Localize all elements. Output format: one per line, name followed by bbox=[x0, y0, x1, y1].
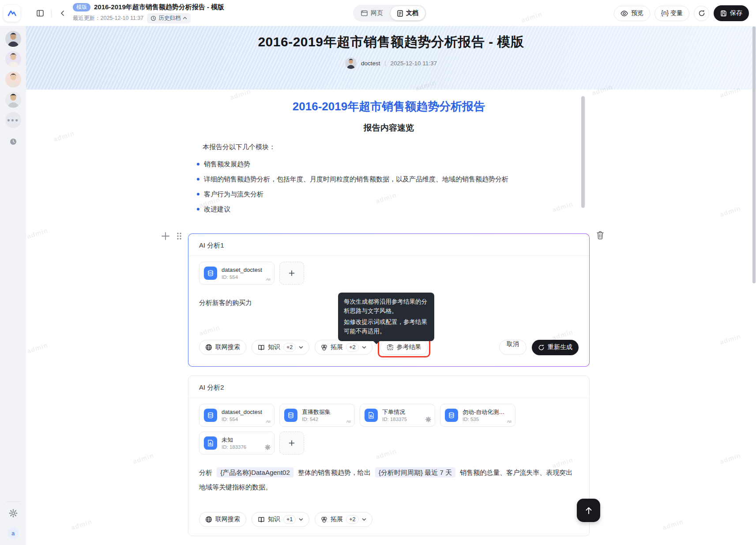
page-scrollbar-thumb[interactable] bbox=[752, 26, 756, 283]
left-sidebar: ●●● a bbox=[0, 26, 26, 545]
expand-count-badge: +2 bbox=[346, 515, 358, 524]
sidebar-divider bbox=[6, 501, 20, 502]
view-mode-tabs: 网页 文档 bbox=[353, 5, 426, 22]
venn-circles-icon bbox=[321, 344, 327, 351]
recent-history-icon[interactable] bbox=[9, 138, 17, 147]
chevron-up-icon bbox=[183, 16, 187, 20]
database-icon bbox=[445, 409, 458, 422]
page-title: 2016-2019年超市销售额趋势分析报告 - 模版 bbox=[94, 3, 224, 11]
doc-subtitle: 报告内容速览 bbox=[188, 122, 590, 134]
author-name: doctest bbox=[361, 60, 380, 67]
dataset-chip[interactable]: dataset_doctest ID: 554 A≡ bbox=[199, 262, 275, 285]
avatar[interactable] bbox=[5, 92, 21, 108]
knowledge-count-badge: +2 bbox=[283, 343, 296, 352]
prompt-text[interactable]: 分析 {产品名称}DataAgent02 整体的销售额趋势，给出 {分析时间周期… bbox=[199, 465, 579, 494]
add-dataset-button[interactable] bbox=[279, 262, 304, 285]
save-button[interactable]: 保存 bbox=[714, 5, 749, 21]
dataset-chip[interactable]: 下单情况 ID: 183375 bbox=[360, 404, 435, 427]
list-item: 改进建议 bbox=[188, 202, 590, 217]
variable-chip[interactable]: {分析时间周期} 最近 7 天 bbox=[375, 467, 455, 477]
tab-webpage[interactable]: 网页 bbox=[354, 6, 390, 20]
dataset-chip[interactable]: 勿动-自动化测试-... ID: 535 A≡ bbox=[440, 404, 515, 427]
expand-button[interactable]: 拓展 +2 bbox=[315, 512, 372, 527]
avatar[interactable] bbox=[5, 71, 21, 87]
regenerate-button[interactable]: 重新生成 bbox=[532, 340, 579, 355]
dataset-id: ID: 554 bbox=[222, 274, 262, 281]
chevron-down-icon bbox=[299, 346, 303, 349]
reference-result-button[interactable]: 参考结果 bbox=[380, 340, 428, 355]
workspace-badge[interactable]: a bbox=[8, 527, 19, 539]
database-icon bbox=[204, 267, 217, 280]
arrow-up-icon bbox=[584, 506, 594, 515]
add-block-button[interactable] bbox=[161, 231, 170, 243]
drag-handle-icon[interactable] bbox=[175, 231, 184, 243]
scroll-to-top-button[interactable] bbox=[577, 499, 600, 522]
hero-band: 2016-2019年超市销售额趋势分析报告 - 模版 doctest | 202… bbox=[26, 26, 756, 90]
knowledge-button[interactable]: 知识 +1 bbox=[252, 512, 309, 527]
history-clock-icon bbox=[150, 15, 156, 21]
more-members-button[interactable]: ●●● bbox=[5, 112, 21, 128]
preview-button[interactable]: 预览 bbox=[614, 6, 650, 21]
app-logo[interactable] bbox=[4, 5, 20, 22]
meta-separator: | bbox=[384, 60, 386, 66]
document-icon bbox=[397, 10, 403, 17]
bar-chart-icon bbox=[365, 409, 378, 422]
chevron-down-icon bbox=[362, 518, 366, 521]
cancel-button[interactable]: 取消 bbox=[499, 340, 527, 355]
list-item: 详细的销售额趋势分析，包括年度、月度时间粒度的销售额数据，以及产品维度、地域的销… bbox=[188, 172, 590, 187]
refresh-button[interactable] bbox=[694, 6, 709, 21]
save-icon bbox=[720, 10, 727, 17]
knowledge-button[interactable]: 知识 +2 bbox=[252, 340, 309, 355]
dataset-chip[interactable]: dataset_doctest ID: 554 A≡ bbox=[199, 404, 275, 427]
avatar[interactable] bbox=[5, 51, 21, 67]
globe-icon bbox=[205, 516, 212, 523]
hero-title: 2016-2019年超市销售额趋势分析报告 - 模版 bbox=[26, 33, 756, 51]
chip-settings-gear-icon[interactable] bbox=[265, 444, 271, 452]
expand-button[interactable]: 拓展 +2 bbox=[315, 340, 372, 355]
refresh-icon bbox=[538, 344, 545, 351]
knowledge-count-badge: +1 bbox=[283, 515, 296, 524]
top-bar: 模版 2016-2019年超市销售额趋势分析报告 - 模版 最近更新：2025-… bbox=[0, 0, 756, 26]
avatar[interactable] bbox=[5, 31, 21, 47]
ai-analysis-block-2: AI 分析2 dataset_doctest ID: 554 A≡ bbox=[188, 376, 590, 536]
web-search-button[interactable]: 联网搜索 bbox=[199, 512, 246, 527]
list-item: 客户行为与流失分析 bbox=[188, 187, 590, 202]
tab-document[interactable]: 文档 bbox=[391, 6, 425, 20]
chip-settings-gear-icon[interactable] bbox=[425, 416, 431, 424]
doc-intro: 本报告分以下几个模块： bbox=[188, 143, 590, 151]
author-avatar bbox=[345, 57, 357, 69]
plus-icon bbox=[288, 440, 295, 447]
book-icon bbox=[258, 516, 265, 523]
dataset-chip[interactable]: 直播数据集 ID: 542 A≡ bbox=[279, 404, 355, 427]
field-config-icon[interactable]: A≡ bbox=[266, 277, 270, 282]
plus-icon bbox=[161, 231, 170, 241]
reference-icon bbox=[387, 344, 394, 351]
publish-date: 2025-12-10 11:37 bbox=[391, 60, 437, 67]
settings-gear-icon[interactable] bbox=[9, 509, 18, 519]
browser-icon bbox=[361, 10, 368, 16]
field-config-icon[interactable]: A≡ bbox=[346, 419, 350, 424]
block-title: AI 分析1 bbox=[188, 234, 589, 256]
field-config-icon[interactable]: A≡ bbox=[266, 419, 270, 424]
ai-analysis-block-1: AI 分析1 dataset_doctest ID: 554 A≡ bbox=[188, 233, 590, 367]
bullet-dot-icon bbox=[197, 178, 199, 180]
dataset-chip[interactable]: 未知 ID: 183376 bbox=[199, 432, 275, 455]
field-config-icon[interactable]: A≡ bbox=[507, 419, 511, 424]
list-item: 销售额发展趋势 bbox=[188, 157, 590, 172]
back-button[interactable] bbox=[56, 7, 69, 20]
book-icon bbox=[258, 344, 265, 351]
trash-icon bbox=[596, 230, 605, 240]
history-archive-button[interactable]: 历史归档 bbox=[147, 13, 191, 23]
add-dataset-button[interactable] bbox=[279, 432, 304, 455]
topbar-divider bbox=[51, 9, 52, 17]
database-icon bbox=[284, 409, 297, 422]
delete-block-button[interactable] bbox=[596, 230, 605, 242]
doc-title: 2016-2019年超市销售额趋势分析报告 bbox=[188, 99, 590, 114]
document-scrollbar-thumb[interactable] bbox=[581, 96, 585, 208]
variables-button[interactable]: {n} 变量 bbox=[654, 6, 689, 21]
eye-icon bbox=[621, 11, 628, 16]
web-search-button[interactable]: 联网搜索 bbox=[199, 340, 246, 355]
sidebar-toggle-button[interactable] bbox=[34, 7, 47, 20]
variable-chip[interactable]: {产品名称}DataAgent02 bbox=[217, 467, 293, 477]
last-updated: 最近更新：2025-12-10 11:37 bbox=[73, 15, 143, 22]
